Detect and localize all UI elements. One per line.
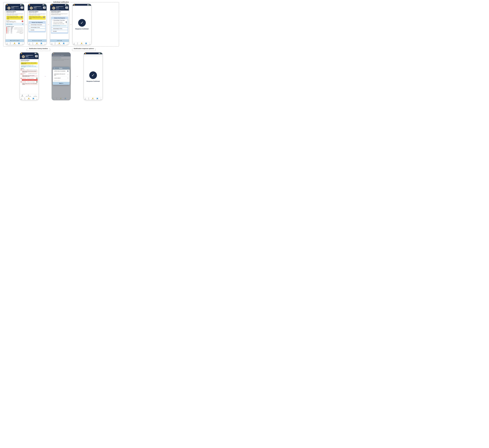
battery-icon-3: 🔋: [67, 4, 68, 5]
nav-home-4[interactable]: ⌂Home: [73, 42, 75, 45]
notifications-icon-1: 🔔: [14, 42, 15, 44]
nav-menu-4[interactable]: ⋮Menu: [89, 42, 90, 45]
cyr-expanded-header[interactable]: ∨ Acknowledge & Keep Open: [51, 19, 68, 21]
nav-patients-1[interactable]: 👥 Patients: [18, 42, 20, 45]
phone-2-header: ‹ 👤 HAMMERSMITH, Alfred 14-Oct-1907 (110…: [28, 6, 47, 10]
cyr-option-escalate-2[interactable]: › Escalate: [29, 29, 45, 31]
action-menu-btn[interactable]: ☰ MENU: [21, 95, 23, 97]
nav-patients-2[interactable]: 👥Patients: [40, 42, 43, 45]
patients-icon-1: 👥: [18, 42, 20, 44]
status-icons-3: ▊▊ 🔋: [65, 4, 68, 5]
reason-input-3[interactable]: Optional reason text: [52, 25, 67, 26]
battery-icon-5: 🔋: [36, 53, 37, 54]
nav-menu-7[interactable]: ⋮Menu: [100, 98, 102, 100]
cyr-option-close-2[interactable]: › Acknowledge & Close: [29, 26, 45, 28]
nav-menu-2[interactable]: ⋮Menu: [44, 42, 46, 45]
reply-option-15mins[interactable]: I will attend in the next 15 mins: [53, 73, 70, 77]
nav-menu-5[interactable]: ⋮Menu: [36, 98, 38, 100]
big-badge-3: 10: [65, 7, 68, 8]
respond-button-1[interactable]: R E S P O N D: [5, 39, 24, 42]
nav-home-7[interactable]: ⌂Home: [85, 98, 86, 100]
reply-option-immediate[interactable]: I will be down immediately: [53, 70, 70, 73]
nav-menu-3[interactable]: ⋮Menu: [66, 42, 68, 45]
nav-tasks-2[interactable]: ☰Tasks: [32, 42, 33, 45]
back-icon-3[interactable]: ‹: [51, 7, 51, 9]
wifi-icon-2: 📶: [29, 4, 30, 5]
nav-patients-3[interactable]: 👥Patients: [63, 42, 65, 45]
action-escalate-btn[interactable]: ↑ ESCALATE: [34, 95, 37, 97]
nav-patients-5[interactable]: 👥Patients: [32, 98, 35, 100]
nav-notifications-4[interactable]: 🔔Notifications: [80, 42, 83, 45]
nav-notifications-2[interactable]: 🔔Notifications: [35, 42, 39, 45]
tl-yellow-card: Patient reviewed need your opinion poten…: [21, 62, 38, 65]
nav-patients-4[interactable]: 👥Patients: [85, 42, 87, 45]
menu-icon-3: ⋮: [67, 42, 68, 44]
nav-notifications-1[interactable]: 🔔 Notifications: [13, 42, 16, 45]
nav-tasks-1[interactable]: ☰ Tasks: [9, 42, 11, 45]
tasks-icon-3: ☰: [55, 42, 56, 44]
signal-icon-4: ▊▊: [87, 4, 89, 5]
tasks-icon-5: ☰: [24, 98, 25, 99]
phone-4-confirmed: 📶 ▊▊ 🔋 ✓ Response Confirmed: [72, 4, 91, 45]
ce-title-3: Clinical Escalation: [51, 11, 68, 12]
top-section-label: Individual notification: [52, 1, 70, 3]
send-button-3[interactable]: S E N D: [50, 39, 69, 42]
phone-6-wrapper: 📶 HAMMERSMITH, Alfred Clinical Escalatio…: [52, 52, 71, 100]
back-icon-2[interactable]: ‹: [29, 7, 29, 9]
menu-icon-4: ⋮: [89, 42, 90, 44]
history-row-5: 9:40 FY1 Created by FY1: Jack Gallagher …: [6, 32, 23, 34]
patient-dob-3: 14-Oct-1907 (110y) Male 06438497: [56, 8, 65, 10]
nav-notifications-5[interactable]: 🔔Notifications: [27, 98, 31, 100]
cyr-sub-immediate[interactable]: I will be down immediately: [51, 21, 68, 23]
nav-menu-1[interactable]: ⋮ Menu: [22, 42, 23, 45]
action-reply-close-btn[interactable]: ✉ REPLY & CLOSE: [26, 95, 31, 97]
confirmed-text-7: Response Confirmed: [87, 81, 100, 82]
tl-obs-recording: OBS Recording: Jack Gallagher Nurse 10-J…: [21, 65, 38, 68]
cyr-option-close-3[interactable]: › Acknowledge & Close: [51, 28, 68, 30]
header-info-1: HAMMERSMITH, Alfred 14-Oct-1907 (110y) M…: [11, 6, 20, 10]
nav-home-5[interactable]: ⌂Home: [21, 98, 22, 100]
cyr-sub-15mins[interactable]: I will attend in the next 15 mins: [51, 23, 68, 24]
cyr-option-keep-open-2[interactable]: › Acknowledge & Keep Open: [29, 24, 45, 26]
reply-send-button[interactable]: Send ➤: [53, 82, 70, 85]
obs-bar-1[interactable]: OBS Summary ⊕: [5, 23, 24, 25]
cyr-panel-3: Choose Your Response ∨ Acknowledge & Kee…: [51, 16, 68, 34]
close-icon[interactable]: ✕: [54, 67, 55, 69]
tl-auto-card: FY2 did not respond, auto escalating to …: [22, 79, 38, 81]
back-icon-5[interactable]: ‹: [21, 56, 21, 57]
reply-option-cannot[interactable]: I cannot attend: [53, 77, 70, 80]
tasks-icon-2: ☰: [32, 42, 33, 44]
respond-button-2[interactable]: R E S P O N D: [28, 39, 47, 42]
ce-section-3: Clinical Escalation Benjamin CONS, SHO C…: [50, 10, 69, 16]
nav-patients-7[interactable]: 👥Patients: [96, 98, 98, 100]
nav-notifications-7[interactable]: 🔔Notifications: [91, 98, 95, 100]
nav-tasks-5[interactable]: ☰Tasks: [24, 98, 25, 100]
chevron-icon-3b: ›: [52, 28, 53, 29]
yellow-card-2: Patient causing concern consider transfe…: [29, 16, 46, 20]
ce-section-1: Clinical Escalation Benjamin CONS, SHO C…: [5, 10, 24, 23]
tl-card-1: Patient reviewed need your opinion poten…: [22, 71, 38, 73]
nav-home-1[interactable]: ⌂ Home: [6, 42, 8, 45]
phone-4-status-bar: 📶 ▊▊ 🔋: [73, 4, 91, 6]
tl-entry-4: 9:40 NURSE → FY2 by: Jack Gallagher 👤 Pa…: [21, 81, 38, 85]
patients-icon-3: 👥: [63, 42, 65, 44]
nav-notifications-3[interactable]: 🔔Notifications: [57, 42, 61, 45]
history-dot-1: [6, 27, 7, 28]
nav-tasks-7[interactable]: ☰Tasks: [88, 98, 90, 100]
reply-reason-input[interactable]: Optional reason: [53, 80, 70, 82]
back-icon[interactable]: ‹: [6, 7, 7, 9]
checkmark-icon: ✓: [80, 21, 84, 25]
avatar-5: 👤: [22, 55, 25, 58]
avatar-tl-4: 👤: [36, 81, 38, 83]
nav-home-3[interactable]: ⌂Home: [51, 42, 53, 45]
nav-home-2[interactable]: ⌂Home: [29, 42, 30, 45]
cyr-option-escalate-3[interactable]: › Escalate: [51, 30, 68, 32]
bottom-left-label: Notification history timeline: [28, 48, 49, 49]
phone-5-timeline: 📶 ▊▊ 🔋 ‹ 👤 HAMMERSMITH, Alfred 14-Oct-19…: [20, 52, 39, 100]
nav-tasks-4[interactable]: ☰Tasks: [77, 42, 78, 45]
header-badge-2: 10 ⬛4: [43, 7, 46, 9]
nav-tasks-3[interactable]: ☰Tasks: [54, 42, 56, 45]
phone-2-status-bar: 📶 ▊▊ 🔋: [28, 4, 47, 6]
history-row-4: 9:40 FY2 Not yet logged in ●: [6, 31, 23, 32]
chevron-down-icon: ∨: [52, 20, 53, 21]
